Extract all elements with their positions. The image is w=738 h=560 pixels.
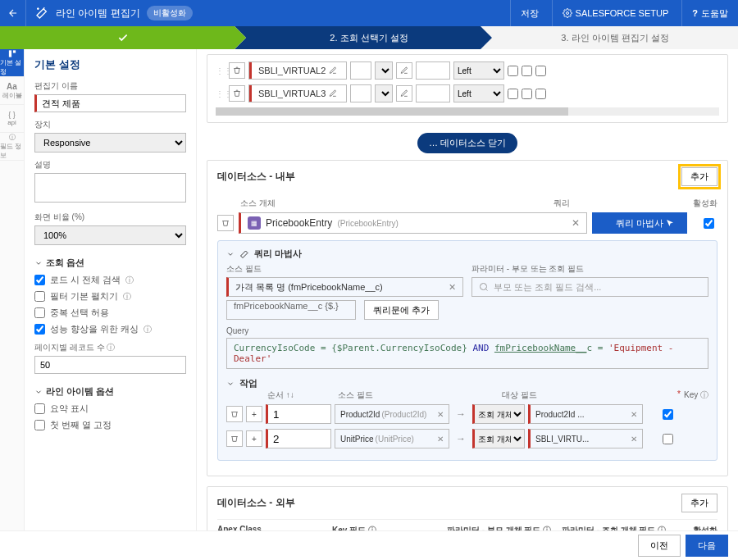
active-checkbox[interactable] [704,218,714,229]
info-icon[interactable]: ⓘ [144,324,152,335]
chevron-down-icon[interactable] [226,250,235,258]
virtual-label[interactable]: SBLI_VIRTUAL3 [248,84,347,102]
help-button[interactable]: ? 도움말 [681,0,738,26]
chevron-down-icon [34,388,43,396]
drag-handle-icon[interactable]: ⋮⋮ [216,66,226,75]
chevron-down-icon[interactable] [226,380,235,388]
prev-button[interactable]: 이전 [638,535,681,557]
action-row: + Product2Id (Product2Id)✕ → 조회 개체 Produ… [226,404,708,424]
param-search-input[interactable]: 부모 또는 조회 필드 검색... [472,277,708,297]
step-2[interactable]: 2. 조회 선택기 설정 [235,26,492,49]
col-select[interactable] [375,61,393,80]
ratio-select[interactable]: 100% [34,225,186,245]
pagesize-input[interactable] [34,356,186,374]
key-checkbox[interactable] [663,434,673,444]
tgt-field-input[interactable]: SBLI_VIRTU...✕ [528,429,643,448]
datasource-outer-panel: 데이터소스 - 외부 추가 Apex Class Key 필드 ⓘ 파라미터 -… [207,486,728,530]
filter-label: 필터 기본 펼치기 [50,290,118,303]
add-outer-ds-button[interactable]: 추가 [681,494,718,512]
delete-action-button[interactable] [226,430,243,447]
tgt-field-input[interactable]: Product2Id ...✕ [528,404,643,424]
save-button[interactable]: 저장 [510,0,549,26]
svg-point-3 [481,284,487,290]
target-scope-select[interactable]: 조회 개체 [472,429,525,448]
dup-checkbox[interactable] [34,307,45,318]
query-wizard-button[interactable]: 쿼리 마법사 [592,212,687,234]
src-field-input[interactable]: UnitPrice (UnitPrice)✕ [335,429,449,448]
source-field-label: 소스 필드 [226,263,463,275]
add-action-button[interactable]: + [246,406,262,422]
col-input[interactable] [350,84,371,102]
target-scope-select[interactable]: 조회 개체 [472,404,525,424]
col-checkbox[interactable] [508,89,518,99]
horizontal-scrollbar[interactable] [216,107,719,116]
sidenav-fieldinfo[interactable]: ⓘ 필드 정보 [0,133,24,161]
summary-checkbox[interactable] [34,403,45,414]
salesforce-setup-button[interactable]: SALESFORCE SETUP [552,0,679,26]
add-inner-ds-button[interactable]: 추가 [681,167,718,186]
col-checkbox[interactable] [535,66,546,76]
col-checkbox[interactable] [508,66,518,76]
device-select[interactable]: Responsive [34,133,186,153]
sidenav-label[interactable]: Aa 레이블 [0,77,24,105]
add-action-button[interactable]: + [246,430,262,447]
info-icon[interactable]: ⓘ [123,291,131,303]
align-select[interactable]: Left [453,84,504,102]
trash-icon [233,89,241,98]
delete-action-button[interactable] [226,406,243,422]
freeze-checkbox[interactable] [34,420,45,430]
clear-icon[interactable]: ✕ [437,435,444,444]
sidenav-api[interactable]: { } api [0,105,24,133]
back-button[interactable] [0,0,26,26]
width-input[interactable] [416,84,450,102]
format-button[interactable] [396,62,412,79]
format-button[interactable] [396,85,412,102]
clear-icon[interactable]: ✕ [631,410,637,419]
delete-row-button[interactable] [229,62,245,79]
step-1[interactable] [0,26,246,49]
col-checkbox[interactable] [522,89,532,99]
clear-icon[interactable]: ✕ [631,435,637,444]
order-input[interactable] [266,429,331,448]
query-textarea[interactable]: CurrencyIsoCode = {$Parent.CurrencyIsoCo… [226,338,708,369]
align-select[interactable]: Left [453,61,504,80]
drag-handle-icon[interactable]: ⋮⋮ [216,89,226,98]
clear-icon[interactable]: ✕ [437,410,444,419]
width-input[interactable] [416,61,450,80]
lineitem-options-toggle[interactable]: 라인 아이템 옵션 [34,385,186,398]
source-field-input[interactable]: 가격 목록 명 (fmPricebookName__c) ✕ [226,277,463,297]
src-field-input[interactable]: Product2Id (Product2Id)✕ [335,404,449,424]
virtual-rows-panel: ⋮⋮ SBLI_VIRTUAL2 Left ⋮⋮ SBLI_VIRTUAL3 L… [207,54,728,123]
field-chip[interactable]: fmPricebookName__c {$.} [226,300,356,320]
virtual-label[interactable]: SBLI_VIRTUAL2 [248,61,347,80]
ext-col-apex: Apex Class [217,525,332,530]
editor-name-input[interactable] [34,94,186,112]
source-object-input[interactable]: ▦ PricebookEntry (PricebookEntry) ✕ [239,212,587,234]
key-checkbox[interactable] [663,409,673,420]
add-to-query-button[interactable]: 쿼리문에 추가 [364,300,439,320]
filter-checkbox[interactable] [34,291,45,302]
col-input[interactable] [350,61,371,80]
object-icon: ▦ [248,216,261,230]
close-datasource-button[interactable]: … 데이터소스 닫기 [417,133,517,153]
col-select[interactable] [375,84,393,102]
datasource-inner-panel: 데이터소스 - 내부 추가 소스 개체 쿼리 활성화 ▦ PricebookEn… [207,160,728,476]
page-title: 라인 아이템 편집기 [56,7,140,20]
cache-checkbox[interactable] [34,324,45,335]
left-panel: 기본 설정 편집기 이름 장치 Responsive 설명 화면 비율 (%) … [25,49,197,530]
fullsearch-checkbox[interactable] [34,275,45,285]
desc-textarea[interactable] [34,173,186,203]
step-3[interactable]: 3. 라인 아이템 편집기 설정 [481,26,738,49]
clear-icon[interactable]: ✕ [449,282,456,293]
col-checkbox[interactable] [522,66,532,76]
order-input[interactable] [266,404,331,424]
question-icon: ? [692,8,698,18]
sidenav-basic[interactable]: 기본 설정 [0,49,24,77]
next-button[interactable]: 다음 [686,535,728,557]
clear-icon[interactable]: ✕ [572,217,580,229]
delete-ds-button[interactable] [217,215,234,231]
col-checkbox[interactable] [535,89,546,99]
info-icon[interactable]: ⓘ [125,275,134,286]
lookup-options-toggle[interactable]: 조회 옵션 [34,257,186,269]
delete-row-button[interactable] [229,85,245,102]
